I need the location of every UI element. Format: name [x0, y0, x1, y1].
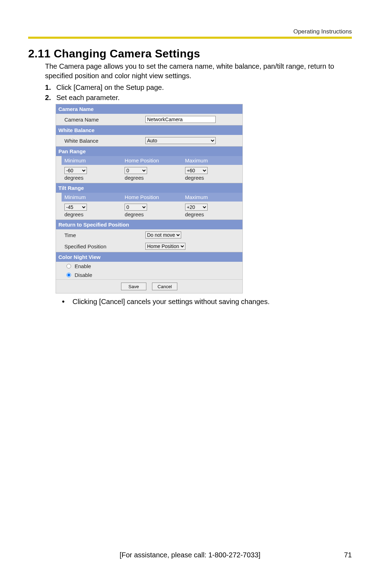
color-night-view-header: Color Night View: [56, 252, 242, 262]
tilt-home-select[interactable]: 0: [125, 204, 147, 211]
pan-range-header: Pan Range: [56, 146, 242, 156]
cnv-enable-label: Enable: [75, 263, 91, 269]
pan-max-col: Maximum: [182, 156, 242, 165]
tilt-max-select[interactable]: +20: [185, 204, 208, 211]
step-item: Click [Camera] on the Setup page.: [45, 83, 352, 92]
camera-settings-form: Camera Name Camera Name White Balance Wh…: [56, 104, 243, 293]
tilt-home-col: Home Position: [122, 193, 182, 202]
pan-min-col: Minimum: [62, 156, 122, 165]
pan-unit: degrees: [125, 175, 182, 181]
section-title: 2.11 Changing Camera Settings: [28, 47, 352, 60]
pan-min-select[interactable]: -60: [64, 167, 87, 174]
pan-home-col: Home Position: [122, 156, 182, 165]
camera-name-input[interactable]: [145, 116, 216, 123]
tilt-min-select[interactable]: -45: [64, 204, 87, 211]
pan-range-subheader: Minimum Home Position Maximum: [56, 156, 242, 165]
return-position-label: Specified Position: [56, 243, 145, 249]
tilt-range-header: Tilt Range: [56, 183, 242, 193]
camera-name-header: Camera Name: [56, 104, 242, 114]
cnv-disable-row[interactable]: Disable: [56, 271, 242, 279]
tilt-range-values: -45 degrees 0 degrees +20 degrees: [56, 202, 242, 219]
tilt-range-subheader: Minimum Home Position Maximum: [56, 193, 242, 202]
return-time-label: Time: [56, 232, 145, 238]
camera-name-row: Camera Name: [56, 114, 242, 125]
white-balance-select[interactable]: Auto: [145, 137, 216, 144]
pan-max-select[interactable]: +60: [185, 167, 208, 174]
cnv-enable-row[interactable]: Enable: [56, 262, 242, 271]
return-time-row: Time Do not move: [56, 229, 242, 241]
pan-unit: degrees: [64, 175, 122, 181]
page-number: 71: [331, 551, 352, 559]
white-balance-label: White Balance: [56, 138, 145, 144]
white-balance-header: White Balance: [56, 125, 242, 135]
cancel-button[interactable]: Cancel: [152, 283, 177, 290]
cnv-enable-radio[interactable]: [66, 264, 71, 268]
button-bar: Save Cancel: [56, 279, 242, 293]
footer-assist: [For assistance, please call: 1-800-272-…: [49, 551, 331, 559]
header-rule: [28, 37, 352, 39]
cancel-note: Clicking [Cancel] cancels your settings …: [62, 298, 352, 306]
return-position-select[interactable]: Home Position: [145, 243, 185, 250]
pan-unit: degrees: [185, 175, 242, 181]
white-balance-row: White Balance Auto: [56, 135, 242, 146]
cnv-disable-label: Disable: [75, 272, 92, 278]
tilt-unit: degrees: [185, 211, 242, 217]
steps-list: Click [Camera] on the Setup page. Set ea…: [45, 83, 352, 102]
cnv-disable-radio[interactable]: [66, 273, 71, 277]
tilt-unit: degrees: [125, 211, 182, 217]
return-position-row: Specified Position Home Position: [56, 241, 242, 252]
return-time-select[interactable]: Do not move: [145, 231, 181, 239]
tilt-max-col: Maximum: [182, 193, 242, 202]
tilt-unit: degrees: [64, 211, 122, 217]
step-item: Set each parameter.: [45, 94, 352, 102]
section-intro: The Camera page allows you to set the ca…: [45, 62, 352, 81]
pan-home-select[interactable]: 0: [125, 167, 147, 174]
return-position-header: Return to Specified Position: [56, 219, 242, 229]
save-button[interactable]: Save: [121, 283, 146, 290]
pan-range-values: -60 degrees 0 degrees +60 degrees: [56, 165, 242, 183]
header-category: Operating Instructions: [293, 28, 352, 35]
camera-name-label: Camera Name: [56, 117, 145, 123]
tilt-min-col: Minimum: [62, 193, 122, 202]
